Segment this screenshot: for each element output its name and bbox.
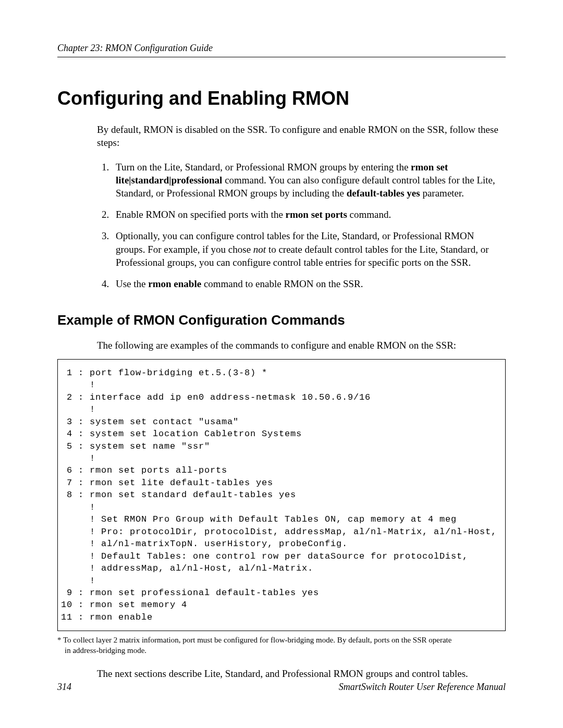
step-4-text-a: Use the	[116, 278, 148, 289]
closing-paragraph: The next sections describe Lite, Standar…	[97, 667, 504, 680]
code-example: 1 : port flow-bridging et.5.(3-8) * ! 2 …	[57, 359, 506, 632]
section-lead: The following are examples of the comman…	[97, 339, 504, 352]
page: Chapter 23: RMON Configuration Guide Con…	[0, 0, 563, 728]
chapter-header: Chapter 23: RMON Configuration Guide	[57, 43, 506, 57]
step-1-text-a: Turn on the Lite, Standard, or Professio…	[116, 162, 411, 172]
step-2: Enable RMON on specified ports with the …	[112, 208, 504, 221]
section-heading: Example of RMON Configuration Commands	[57, 312, 506, 328]
step-1-text-e: parameter.	[420, 188, 464, 199]
page-number: 314	[57, 682, 71, 693]
page-title: Configuring and Enabling RMON	[57, 88, 506, 109]
step-4-cmd: rmon enable	[148, 278, 201, 289]
step-3-em: not	[253, 244, 266, 255]
step-2-text-c: command.	[347, 209, 391, 220]
step-1: Turn on the Lite, Standard, or Professio…	[112, 161, 504, 200]
manual-title: SmartSwitch Router User Reference Manual	[339, 682, 506, 693]
step-3: Optionally, you can configure control ta…	[112, 229, 504, 268]
step-1-cmd-2: default-tables yes	[347, 188, 420, 199]
intro-paragraph: By default, RMON is disabled on the SSR.…	[97, 123, 504, 149]
step-2-cmd: rmon set ports	[286, 209, 347, 220]
footnote-line-1: * To collect layer 2 matrix information,…	[57, 636, 451, 644]
page-footer: 314 SmartSwitch Router User Reference Ma…	[57, 682, 506, 693]
footnote: * To collect layer 2 matrix information,…	[57, 635, 506, 656]
step-4: Use the rmon enable command to enable RM…	[112, 277, 504, 290]
footnote-line-2: in address-bridging mode.	[57, 646, 506, 656]
steps-list: Turn on the Lite, Standard, or Professio…	[97, 161, 504, 290]
step-2-text-a: Enable RMON on specified ports with the	[116, 209, 286, 220]
step-4-text-c: command to enable RMON on the SSR.	[201, 278, 363, 289]
